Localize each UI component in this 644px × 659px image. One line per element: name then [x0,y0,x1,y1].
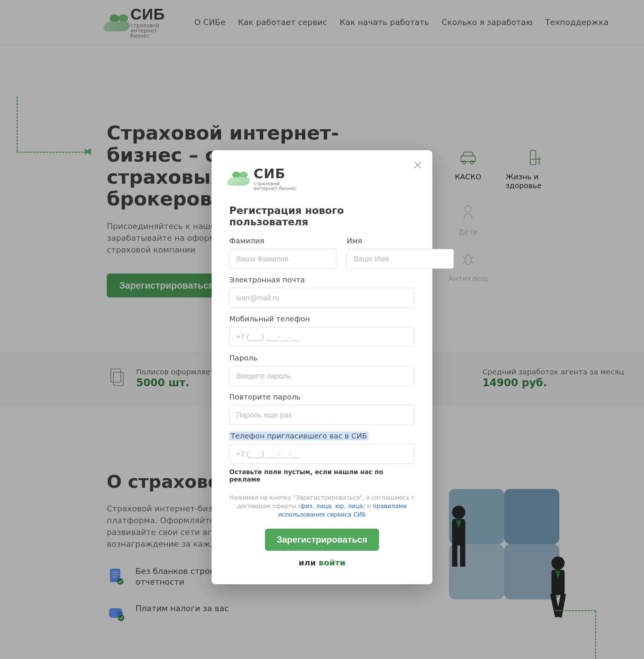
refphone-field: Телефон пригласившего вас в СИБ [229,431,415,464]
refphone-label: Телефон пригласившего вас в СИБ [229,431,368,440]
password-field: Пароль [229,353,415,386]
login-link[interactable]: войти [319,558,346,567]
lastname-input[interactable] [229,249,336,269]
or-login: или войти [229,558,415,567]
email-field: Электронная почта [229,275,415,308]
consent-link-legal[interactable]: юр. лица [335,503,363,510]
firstname-input[interactable] [347,249,454,269]
password-input[interactable] [229,366,415,386]
password2-field: Повторите пароль [229,392,415,425]
firstname-field: Имя [347,236,454,269]
phone-label: Мобильный телефон [229,314,415,323]
refphone-input[interactable] [229,444,415,464]
modal-title: Регистрация нового пользователя [229,205,415,228]
modal-logo: СИБ страховой интернет-бизнес [229,167,415,191]
firstname-label: Имя [347,236,454,245]
password-label: Пароль [229,353,415,362]
password2-input[interactable] [229,405,415,425]
or-text: или [298,558,319,567]
email-label: Электронная почта [229,275,415,284]
logo-mark-icon [229,172,248,186]
consent-text: Нажимая на кнопку "Зарегистрироваться", … [229,493,415,519]
modal-overlay[interactable]: СИБ страховой интернет-бизнес Регистраци… [0,0,644,659]
modal-logo-tagline: страховой интернет-бизнес [254,181,297,191]
refphone-hint: Оставьте поле пустым, если нашли нас по … [229,468,415,483]
password2-label: Повторите пароль [229,392,415,401]
consent-link-individual[interactable]: физ. лица [301,503,332,510]
email-input[interactable] [229,288,415,308]
lastname-label: Фамилия [229,236,336,245]
lastname-field: Фамилия [229,236,336,269]
consent-comma: , [332,503,335,510]
modal-register-button[interactable]: Зарегистрироваться [265,529,379,551]
phone-field: Мобильный телефон [229,314,415,347]
register-modal: СИБ страховой интернет-бизнес Регистраци… [212,150,432,584]
consent-mid: ) и [363,503,373,510]
modal-logo-brand: СИБ [254,167,297,180]
close-icon[interactable] [413,160,423,170]
phone-input[interactable] [229,327,415,347]
